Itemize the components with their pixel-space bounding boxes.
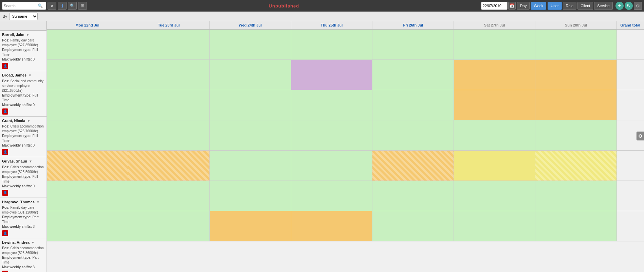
cell-r3-c3[interactable]: [291, 120, 373, 150]
side-gear-icon[interactable]: ⚙: [637, 132, 644, 140]
cell-r5-c1[interactable]: [128, 181, 210, 211]
cell-r6-c7[interactable]: [617, 211, 644, 241]
info-button[interactable]: ℹ: [58, 2, 67, 10]
cell-r2-c1[interactable]: [128, 90, 210, 120]
week-button[interactable]: Week: [531, 2, 546, 10]
cell-r0-c1[interactable]: [128, 30, 210, 60]
collapse-arrow-1[interactable]: ▼: [28, 73, 32, 78]
col-header-0: Mon 22nd Jul: [47, 21, 128, 29]
cell-r2-c5[interactable]: [454, 90, 535, 120]
cell-r5-c3[interactable]: [291, 181, 373, 211]
user-button[interactable]: User: [548, 2, 562, 10]
cell-r2-c7[interactable]: [617, 90, 644, 120]
cell-r6-c6[interactable]: [535, 211, 617, 241]
cell-r4-c2[interactable]: [210, 151, 291, 181]
cell-r0-c4[interactable]: [372, 30, 454, 60]
calendar-icon[interactable]: 📅: [508, 2, 516, 10]
cell-r3-c6[interactable]: [535, 120, 617, 150]
emp-info-4: Hargrave, Thomas ▼ Pos: Family day care …: [0, 198, 47, 238]
left-header: [0, 21, 47, 31]
cell-r0-c6[interactable]: [535, 30, 617, 60]
cell-r4-c3[interactable]: [291, 151, 373, 181]
right-panel[interactable]: Mon 22nd JulTue 23rd JulWed 24th JulThu …: [47, 21, 644, 272]
cell-r3-c2[interactable]: [210, 120, 291, 150]
cell-r4-c7[interactable]: [617, 151, 644, 181]
day-button[interactable]: Day: [517, 2, 530, 10]
cell-r1-c7[interactable]: [617, 60, 644, 90]
cell-r3-c1[interactable]: [128, 120, 210, 150]
cell-r4-c4[interactable]: [372, 151, 454, 181]
cell-r0-c2[interactable]: [210, 30, 291, 60]
refresh-icon[interactable]: ↻: [625, 2, 633, 10]
collapse-arrow-5[interactable]: ▼: [31, 240, 35, 245]
emp-name-4: Hargrave, Thomas ▼: [2, 200, 44, 205]
cell-r2-c2[interactable]: [210, 90, 291, 120]
emp-name-5: Lewins, Andrea ▼: [2, 240, 44, 245]
cell-r6-c1[interactable]: [128, 211, 210, 241]
emp-avatar-0: 👤: [2, 63, 8, 69]
sort-select[interactable]: Surname First Name: [9, 13, 38, 20]
cell-r0-c5[interactable]: [454, 30, 535, 60]
collapse-arrow-2[interactable]: ▼: [27, 119, 31, 123]
search-input[interactable]: [4, 4, 38, 8]
cell-r0-c3[interactable]: [291, 30, 373, 60]
cell-r6-c0[interactable]: [47, 211, 128, 241]
cell-r6-c5[interactable]: [454, 211, 535, 241]
collapse-arrow-4[interactable]: ▼: [36, 200, 40, 205]
search-box[interactable]: 🔍: [2, 2, 46, 10]
left-panel: Barrell, Jake ▼ Pos: Family day care emp…: [0, 21, 47, 272]
left-rows: Barrell, Jake ▼ Pos: Family day care emp…: [0, 31, 47, 272]
cell-r1-c1[interactable]: [128, 60, 210, 90]
by-label: By: [3, 14, 7, 18]
date-input[interactable]: [481, 2, 508, 10]
cell-r5-c6[interactable]: [535, 181, 617, 211]
collapse-arrow-0[interactable]: ▼: [26, 33, 30, 37]
cell-r1-c5[interactable]: [454, 60, 535, 90]
cell-r1-c2[interactable]: [210, 60, 291, 90]
settings-icon[interactable]: ⚙: [634, 2, 642, 10]
cell-r6-c4[interactable]: [372, 211, 454, 241]
emp-name-2: Grant, Nicola ▼: [2, 118, 44, 123]
cell-r2-c0[interactable]: [47, 90, 128, 120]
emp-shifts-3: Max weekly shifts: 0: [2, 184, 44, 189]
cell-r5-c2[interactable]: [210, 181, 291, 211]
emp-type-0: Employment type: Full Time: [2, 48, 44, 57]
search-tool-button[interactable]: 🔍: [68, 2, 77, 10]
cell-r5-c5[interactable]: [454, 181, 535, 211]
cell-r6-c3[interactable]: [291, 211, 373, 241]
emp-shifts-5: Max weekly shifts: 3: [2, 265, 44, 270]
close-button[interactable]: ✕: [48, 2, 56, 10]
emp-pos-0: Pos: Family day care employee ($27.8500/…: [2, 38, 44, 48]
cell-r0-c7[interactable]: [617, 30, 644, 60]
cell-r4-c1[interactable]: [128, 151, 210, 181]
cell-r4-c0[interactable]: [47, 151, 128, 181]
col-header-5: Sat 27th Jul: [454, 21, 535, 29]
add-icon[interactable]: +: [615, 2, 624, 10]
cell-r0-c0[interactable]: [47, 30, 128, 60]
service-button[interactable]: Service: [594, 2, 613, 10]
cell-r2-c3[interactable]: [291, 90, 373, 120]
table-row-6: [47, 211, 644, 241]
role-button[interactable]: Role: [563, 2, 577, 10]
topbar: 🔍 ✕ ℹ 🔍 ⊞ Unpublished 📅 Day Week User Ro…: [0, 0, 644, 12]
cell-r5-c4[interactable]: [372, 181, 454, 211]
cell-r6-c2[interactable]: [210, 211, 291, 241]
emp-avatar-2: 👤: [2, 149, 8, 155]
cell-r5-c7[interactable]: [617, 181, 644, 211]
cell-r4-c6[interactable]: [535, 151, 617, 181]
collapse-arrow-3[interactable]: ▼: [29, 159, 32, 164]
cell-r1-c0[interactable]: [47, 60, 128, 90]
cell-r1-c4[interactable]: [372, 60, 454, 90]
cell-r5-c0[interactable]: [47, 181, 128, 211]
cell-r2-c4[interactable]: [372, 90, 454, 120]
cell-r1-c6[interactable]: [535, 60, 617, 90]
client-button[interactable]: Client: [577, 2, 593, 10]
cell-r3-c4[interactable]: [372, 120, 454, 150]
cell-r3-c5[interactable]: [454, 120, 535, 150]
cell-r4-c5[interactable]: [454, 151, 535, 181]
grid-button[interactable]: ⊞: [78, 2, 87, 10]
cell-r1-c3[interactable]: [291, 60, 373, 90]
emp-avatar-1: 👤: [2, 108, 8, 115]
cell-r3-c0[interactable]: [47, 120, 128, 150]
cell-r2-c6[interactable]: [535, 90, 617, 120]
